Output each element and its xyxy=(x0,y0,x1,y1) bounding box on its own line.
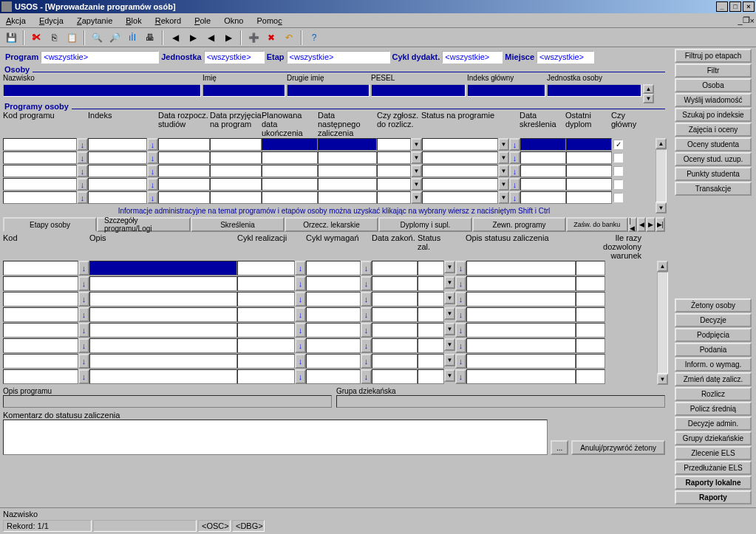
menu-akcja[interactable]: Akcja xyxy=(1,15,35,27)
indeks-field[interactable] xyxy=(88,138,147,151)
zlecenie-els-button[interactable]: Zlecenie ELS xyxy=(675,446,752,460)
cykl-real-lov[interactable]: ↓ xyxy=(295,261,306,275)
etapy-row[interactable]: ↓↓↓▼↓ xyxy=(3,276,665,291)
osoba-button[interactable]: Osoba xyxy=(675,78,752,92)
grupy-dziekanskie-button[interactable]: Grupy dziekańskie xyxy=(675,431,752,445)
stats-icon[interactable]: ıİI xyxy=(124,30,140,45)
komentarz-field[interactable] xyxy=(3,420,548,455)
etapy-scroll-up[interactable]: ▲ xyxy=(657,261,668,272)
warunek-field[interactable] xyxy=(576,261,605,275)
cykl-filter[interactable]: <wszystkie> xyxy=(442,51,503,64)
copy-icon[interactable]: ⎘ xyxy=(46,30,62,45)
programy-row[interactable]: ↓ ↓ ▼ ▼↓ xyxy=(3,191,665,204)
etap-filter[interactable]: <wszystkie> xyxy=(287,51,390,64)
status-lov[interactable]: ↓ xyxy=(509,138,520,151)
tab-dyplomy[interactable]: Dyplomy i supl. xyxy=(378,217,472,232)
przedluzanie-els-button[interactable]: Przedłużanie ELS xyxy=(675,461,752,475)
podania-button[interactable]: Podania xyxy=(675,343,752,357)
cut-icon[interactable]: ✀ xyxy=(28,30,44,45)
tab-next[interactable]: ▶ xyxy=(646,217,655,232)
status-zal-dd[interactable]: ▼ xyxy=(444,261,455,273)
data-nastepnego-field[interactable] xyxy=(318,138,377,151)
programy-row[interactable]: ↓ ↓ ▼ ▼↓ xyxy=(3,178,665,191)
opis-field[interactable] xyxy=(89,261,237,275)
tab-prev[interactable]: ◀ xyxy=(637,217,646,232)
miejsce-filter[interactable]: <wszystkie> xyxy=(537,51,594,64)
drugie-imie-field[interactable] xyxy=(287,84,370,97)
jednostka-filter[interactable]: <wszystkie> xyxy=(204,51,265,64)
prog-scroll-down[interactable]: ▼ xyxy=(655,202,667,213)
prev2-icon[interactable]: ◀ xyxy=(202,30,219,45)
add-icon[interactable]: ➕ xyxy=(245,30,262,45)
czy-zglosz-dd[interactable]: ▼ xyxy=(411,138,422,151)
oceny-studenta-button[interactable]: Oceny studenta xyxy=(675,137,752,151)
status-zal-field[interactable] xyxy=(418,261,444,275)
kod-programu-field[interactable] xyxy=(3,138,77,151)
help-icon[interactable]: ? xyxy=(306,30,322,45)
pesel-field[interactable] xyxy=(371,84,466,97)
tab-first[interactable]: |◀ xyxy=(628,217,637,232)
indeks-glowny-field[interactable] xyxy=(467,84,545,97)
programy-row[interactable]: ↓ ↓ ▼ ▼↓ xyxy=(3,165,665,177)
program-filter[interactable]: <wszystkie> xyxy=(41,51,159,64)
policz-srednia-button[interactable]: Policz średnią xyxy=(675,402,752,416)
mdi-close[interactable]: × xyxy=(750,16,755,25)
first-icon[interactable]: ◀ xyxy=(167,30,183,45)
status-dd[interactable]: ▼ xyxy=(498,138,509,151)
jednostka-osoby-field[interactable] xyxy=(547,84,641,97)
person-scroll-down[interactable]: ▼ xyxy=(643,94,654,103)
czy-glowny-checkbox[interactable]: ✓ xyxy=(613,140,623,149)
inform-o-wymag-button[interactable]: Inform. o wymag. xyxy=(675,357,752,372)
tab-skreslenia[interactable]: Skreślenia xyxy=(191,217,285,232)
programy-row[interactable]: ↓ ↓ ▼ ▼ ↓ ✓ xyxy=(3,138,665,151)
cykl-wym-lov[interactable]: ↓ xyxy=(361,261,372,275)
wyslij-wiadomosc-button[interactable]: Wyślij wiadomość xyxy=(675,93,752,107)
prog-scroll-up[interactable]: ▲ xyxy=(655,138,667,149)
status-zal-lov[interactable]: ↓ xyxy=(455,261,466,275)
nazwisko-field[interactable] xyxy=(3,84,201,97)
etapy-row[interactable]: ↓ ↓ ↓ ▼↓ xyxy=(3,261,665,275)
etapy-row[interactable]: ↓↓↓▼↓ xyxy=(3,323,665,338)
zetony-osoby-button[interactable]: Żetony osoby xyxy=(675,298,752,312)
search-next-icon[interactable]: 🔎 xyxy=(106,30,123,45)
punkty-studenta-button[interactable]: Punkty studenta xyxy=(675,167,752,181)
etapy-row[interactable]: ↓↓↓▼↓ xyxy=(3,369,665,384)
menu-okno[interactable]: Okno xyxy=(219,15,252,27)
opis-statusu-field[interactable] xyxy=(466,261,576,275)
kod-field[interactable] xyxy=(3,261,78,275)
save-icon[interactable]: 💾 xyxy=(3,30,19,45)
programy-row[interactable]: ↓ ↓ ▼ ▼↓ xyxy=(3,151,665,164)
decyzje-button[interactable]: Decyzje xyxy=(675,313,752,327)
tab-orzecz[interactable]: Orzecz. lekarskie xyxy=(285,217,378,232)
tab-last[interactable]: ▶| xyxy=(655,217,665,232)
data-przyjecia-field[interactable] xyxy=(210,138,262,151)
indeks-lov[interactable]: ↓ xyxy=(147,138,158,151)
podpiecia-button[interactable]: Podpięcia xyxy=(675,328,752,342)
close-button[interactable]: × xyxy=(743,1,755,12)
etapy-scroll-down[interactable]: ▼ xyxy=(657,374,668,385)
cykl-wymagan-field[interactable] xyxy=(306,261,361,275)
next2-icon[interactable]: ▶ xyxy=(220,30,236,45)
cykl-realizacji-field[interactable] xyxy=(237,261,295,275)
paste-icon[interactable]: 📋 xyxy=(64,30,80,45)
undo-icon[interactable]: ↶ xyxy=(281,30,297,45)
filtr-button[interactable]: Filtr xyxy=(675,64,752,78)
ostatni-dyplom-field[interactable] xyxy=(566,138,612,151)
menu-blok[interactable]: Blok xyxy=(121,15,150,27)
etapy-row[interactable]: ↓↓↓▼↓ xyxy=(3,292,665,307)
print-icon[interactable]: 🖶 xyxy=(142,30,158,45)
etapy-row[interactable]: ↓↓↓▼↓ xyxy=(3,338,665,353)
menu-edycja[interactable]: Edycja xyxy=(35,15,72,27)
czy-zglosz-field[interactable] xyxy=(377,138,411,151)
grupa-dziek-field[interactable] xyxy=(336,395,665,408)
menu-zapytanie[interactable]: Zapytanie xyxy=(72,15,121,27)
zajecia-i-oceny-button[interactable]: Zajęcia i oceny xyxy=(675,123,752,137)
data-rozpocz-field[interactable] xyxy=(158,138,210,151)
tab-etapy-osoby[interactable]: Etapy osoby xyxy=(3,217,97,232)
prev-icon[interactable]: ▶ xyxy=(185,30,201,45)
mdi-restore[interactable]: ❐ xyxy=(743,16,750,25)
planowana-data-field[interactable] xyxy=(262,138,318,151)
etapy-row[interactable]: ↓↓↓▼↓ xyxy=(3,307,665,322)
minimize-button[interactable]: _ xyxy=(716,1,728,12)
etapy-row[interactable]: ↓↓↓▼↓ xyxy=(3,354,665,369)
